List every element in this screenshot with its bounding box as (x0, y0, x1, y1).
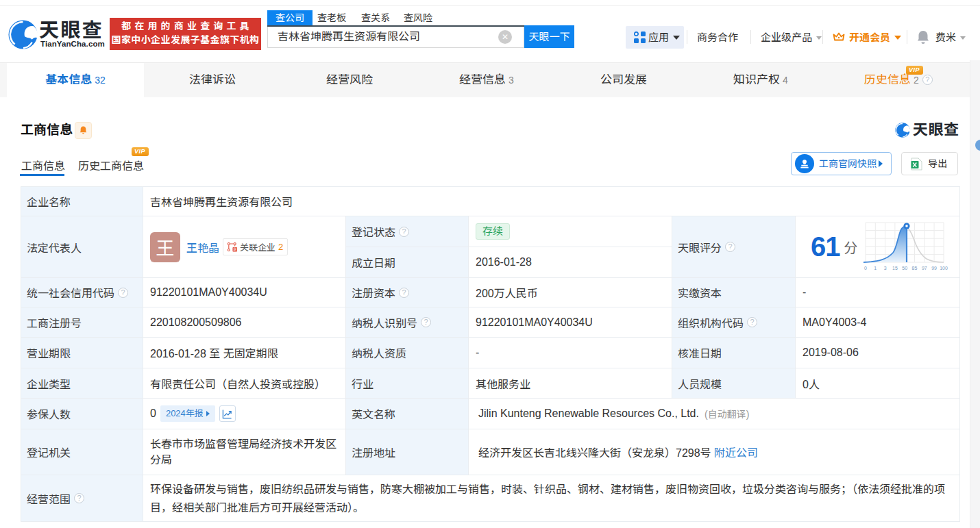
svg-text:85: 85 (911, 266, 917, 271)
svg-text:100: 100 (940, 266, 948, 271)
svg-text:企: 企 (233, 247, 237, 251)
svg-text:97: 97 (921, 266, 927, 271)
svg-text:0: 0 (864, 266, 867, 271)
svg-text:99: 99 (931, 266, 937, 271)
svg-text:3: 3 (883, 266, 886, 271)
svg-text:1: 1 (874, 266, 877, 271)
svg-text:50: 50 (902, 266, 907, 271)
svg-text:15: 15 (892, 266, 898, 271)
